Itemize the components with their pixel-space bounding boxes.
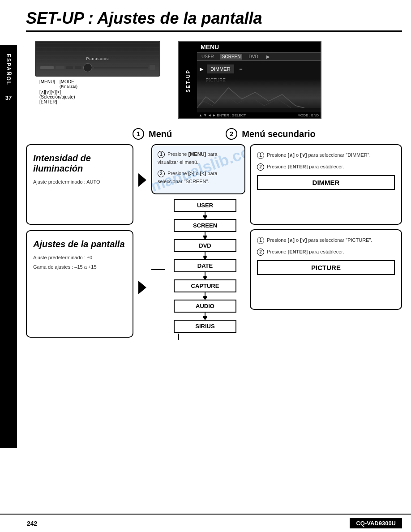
instr-top-step2-num: 2 xyxy=(257,163,264,171)
setup-vertical-text: SET-UP xyxy=(179,42,197,118)
instruction-text-bottom: 1 Presione [∧] o [∨] para seleccionar "P… xyxy=(257,236,395,256)
arrow-screen-dvd xyxy=(165,232,245,239)
result-box-dimmer: DIMMER xyxy=(257,175,395,190)
step2-title: Menú secundario xyxy=(242,129,315,139)
flow-boxes: USER SCREEN DVD xyxy=(165,199,245,340)
nav-subtext: (Selección/ajuste) xyxy=(39,94,75,99)
title-divider xyxy=(26,30,402,32)
step2-num: 2 xyxy=(158,170,165,177)
menu-tab-more: ▶ xyxy=(265,54,272,60)
enter-button-label: [ENTER] xyxy=(39,99,57,104)
arrow-capture-audio xyxy=(165,292,245,300)
step1-title: Menú xyxy=(149,129,172,139)
arrow-date-capture xyxy=(165,272,245,279)
arrow-top-spacer xyxy=(138,173,146,187)
step2-header: 2 Menú secundario xyxy=(226,128,315,140)
menu-landscape-bg xyxy=(197,79,321,108)
enter-label-row: [ENTER] xyxy=(35,99,160,104)
nav-button-labels: [∧][∨][<][>] xyxy=(35,90,160,94)
menu-screenshot: SET-UP MENU USER SCREEN DVD ▶ xyxy=(178,41,321,119)
menu-dimmer-item: DIMMER xyxy=(207,64,234,73)
instr-top-enter: [ENTER] xyxy=(288,164,308,169)
flow-steps-box: manualslib.com 1 Presione [MENU] para vi… xyxy=(151,144,245,194)
col-left: Intensidad de iluminación Ajuste predete… xyxy=(26,144,133,338)
menu-item-date: DATE xyxy=(174,259,236,272)
menu-item-sirius: SIRIUS xyxy=(174,320,236,333)
step2-key2: [<] xyxy=(200,171,206,176)
flow-step-2: 2 Presione [>] o [<] para seleccionar "S… xyxy=(158,170,239,185)
menu-item-capture: CAPTURE xyxy=(174,279,236,292)
menu-title: MENU xyxy=(201,43,219,51)
arrow-dvd-date xyxy=(165,252,245,259)
feature-box-1: Intensidad de iluminación Ajuste predete… xyxy=(26,144,133,225)
menu-item-audio: AUDIO xyxy=(174,300,236,313)
cycle-arrow xyxy=(174,334,236,340)
step2-key1: [>] xyxy=(188,171,195,176)
result-box-picture: PICTURE xyxy=(257,260,395,275)
nav-subtext-row: (Selección/ajuste) xyxy=(35,94,160,99)
main-content: SET-UP : Ajustes de la pantalla Panasoni… xyxy=(17,0,411,376)
three-col-wrapper: Intensidad de iluminación Ajuste predete… xyxy=(26,144,402,340)
mode-button-label: [MODE] (Finalizar) xyxy=(60,79,77,89)
instr-bot-step2-num: 2 xyxy=(257,249,264,256)
arrow-audio-sirius xyxy=(165,313,245,320)
menu-title-bar: MENU xyxy=(197,42,321,53)
step2-circle: 2 xyxy=(226,128,237,140)
arrow-user-screen xyxy=(165,212,245,219)
feature1-title: Intensidad de iluminación xyxy=(33,153,126,174)
menu-item-user: USER xyxy=(174,199,236,212)
step2-text: Presione [>] o [<] para seleccionar "SCR… xyxy=(158,171,217,184)
col-right: 1 Presione [∧] o [∨] para seleccionar "D… xyxy=(250,144,402,310)
menu-flow-area: USER SCREEN DVD xyxy=(151,199,245,340)
sidebar-number: 37 xyxy=(5,94,12,101)
instr-bot-step1: 1 Presione [∧] o [∨] para seleccionar "P… xyxy=(257,236,395,245)
step-headers: 1 Menú 2 Menú secundario xyxy=(133,128,402,140)
page-title: SET-UP : Ajustes de la pantalla xyxy=(26,9,402,28)
menu-item-screen: SCREEN xyxy=(174,219,236,232)
step1-key: [MENU] xyxy=(188,151,206,157)
button-labels: [MENU] [MODE] (Finalizar) xyxy=(35,79,160,89)
menu-bottom-right: MODE : END xyxy=(297,113,319,117)
col-arrow-1 xyxy=(133,144,151,294)
device-area: Panasonic [MENU] xyxy=(26,41,169,104)
menu-right-area: MENU USER SCREEN DVD ▶ ▶ DIMMER xyxy=(197,42,321,118)
menu-content: ▶ DIMMER ━ PICTURE xyxy=(197,61,321,115)
model-badge: CQ-VAD9300U xyxy=(350,518,402,528)
step1-header: 1 Menú xyxy=(133,128,172,140)
flow-steps-content: 1 Presione [MENU] para visualizar el men… xyxy=(158,150,239,185)
page-container: ESPAÑOL 37 SET-UP : Ajustes de la pantal… xyxy=(0,0,411,532)
feature2-range: Gama de ajustes : –15 a +15 xyxy=(33,263,126,271)
menu-item-dvd: DVD xyxy=(174,239,236,252)
instr-bot-enter: [ENTER] xyxy=(288,249,308,254)
instr-top-key1: [∧] xyxy=(288,152,295,158)
feature-box-2: Ajustes de la pantalla Ajuste predetermi… xyxy=(26,230,133,338)
footer-spacer xyxy=(26,340,402,367)
flow-line-entry xyxy=(151,269,165,270)
step1-text: Presione [MENU] para visualizar el menú. xyxy=(158,151,217,165)
page-number: 242 xyxy=(27,520,37,527)
instruction-box-bottom: 1 Presione [∧] o [∨] para seleccionar "P… xyxy=(250,229,402,310)
arrow-right-2 xyxy=(138,281,146,294)
feature2-default: Ajuste predeterminado : ±0 xyxy=(33,254,126,262)
instruction-box-top: 1 Presione [∧] o [∨] para seleccionar "D… xyxy=(250,144,402,225)
menu-tab-user: USER xyxy=(200,54,216,60)
flow-entry: USER SCREEN DVD xyxy=(151,199,245,340)
instr-bot-key1: [∧] xyxy=(288,237,295,243)
arrow-right-1 xyxy=(138,173,146,187)
nav-button-label: [∧][∨][<][>] xyxy=(39,90,61,94)
menu-tab-screen: SCREEN xyxy=(220,54,243,60)
device-brand-label: Panasonic xyxy=(86,56,109,61)
device-image: Panasonic xyxy=(35,41,160,77)
menu-button-label: [MENU] xyxy=(39,79,55,89)
instr-top-key2: [∨] xyxy=(300,152,307,158)
instr-top-step2: 2 Presione [ENTER] para establecer. xyxy=(257,163,395,171)
instr-bot-step2: 2 Presione [ENTER] para establecer. xyxy=(257,248,395,256)
flow-step-1: 1 Presione [MENU] para visualizar el men… xyxy=(158,150,239,166)
instr-bot-key2: [∨] xyxy=(300,237,307,243)
feature2-title: Ajustes de la pantalla xyxy=(33,239,126,249)
menu-tabs: USER SCREEN DVD ▶ xyxy=(197,53,321,61)
arrow-bottom-spacer xyxy=(138,281,146,294)
step1-num: 1 xyxy=(158,151,165,158)
feature1-default: Ajuste predeterminado : AUTO xyxy=(33,178,126,186)
menu-bottom-bar: ▲ ▼ ◄ ► ENTER : SELECT MODE : END xyxy=(197,112,321,118)
